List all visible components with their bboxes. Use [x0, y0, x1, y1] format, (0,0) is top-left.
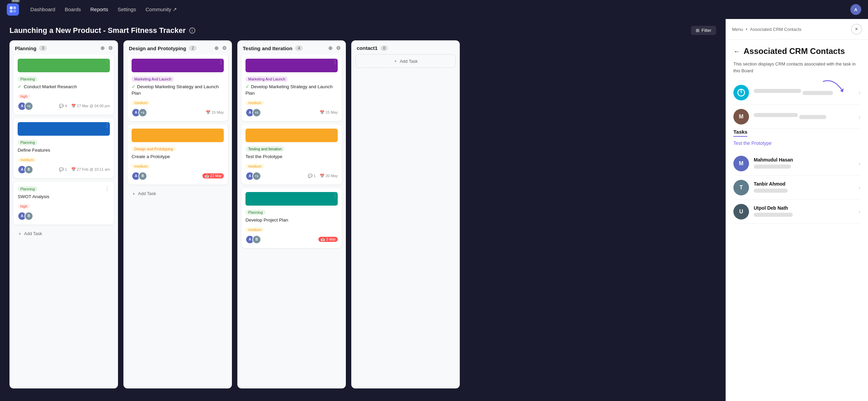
right-panel: Menu • Associated CRM Contacts × ← Assoc…	[726, 19, 868, 401]
card-color-bar	[245, 192, 338, 206]
priority-badge: medium	[132, 100, 150, 105]
card-more-menu[interactable]: ⋮	[218, 59, 224, 65]
priority-badge-high: high	[18, 94, 30, 99]
contact-name-blurred	[754, 89, 801, 93]
card-color-bar	[132, 129, 224, 142]
panel-title: Associated CRM Contacts	[744, 46, 845, 56]
card-footer: A B 📅 3 Mar	[245, 235, 338, 244]
column-completed-header: contact1 0	[351, 40, 460, 54]
add-task-planning[interactable]: ＋ Add Task	[14, 228, 114, 240]
nav-reports[interactable]: Reports	[90, 6, 108, 13]
user-avatar[interactable]: A	[850, 4, 861, 15]
contact-chevron-icon: ›	[859, 89, 861, 96]
comment-count: 💬 4	[59, 104, 67, 108]
add-task-completed[interactable]: ＋ Add Task	[355, 54, 456, 68]
card-more-menu[interactable]: ⋮	[104, 59, 110, 65]
priority-badge: medium	[245, 100, 264, 105]
contact-avatar-mahmudul: M	[733, 156, 749, 171]
column-completed: contact1 0 ＋ Add Task	[351, 40, 460, 388]
contact-tanbir[interactable]: T Tanbir Ahmod ›	[733, 176, 861, 200]
nav-community[interactable]: Community ↗	[145, 6, 177, 13]
card-more-menu[interactable]: ⋮	[332, 129, 338, 135]
column-design-header: Design and Prototyping 2 ⊕ ⚙	[123, 40, 232, 55]
contact-chevron-tanbir: ›	[859, 184, 861, 191]
column-planning: Planning 3 ⊕ ⚙ ⋮ Planning	[9, 40, 118, 388]
column-design-count: 2	[189, 45, 197, 51]
avatar-group: A +1	[132, 108, 147, 117]
main-nav: Dashboard Boards Reports Settings Commun…	[31, 6, 177, 13]
card-conduct-market-research: ⋮ Planning ✓Conduct Market Research high…	[14, 55, 114, 115]
task-link-test-prototype[interactable]: Test the Prototype	[733, 140, 772, 146]
nav-boards[interactable]: Boards	[65, 6, 81, 13]
avatar-group: A B	[18, 212, 33, 221]
card-date: 📅 27 Mar @ 04:00 pm	[71, 104, 110, 108]
contact-name-mahmudul: Mahmudul Hasan	[754, 157, 859, 163]
contact-section-top: › M	[733, 81, 861, 129]
contact-avatar-logo	[733, 85, 749, 100]
contact-info-mahmudul: Mahmudul Hasan	[754, 157, 859, 170]
settings-column-icon[interactable]: ⚙	[222, 45, 226, 51]
avatar-group: A B	[132, 172, 147, 180]
panel-body: ← Associated CRM Contacts This section d…	[726, 40, 868, 401]
card-title: SWOT Analysis	[18, 194, 110, 200]
contact-info-tanbir: Tanbir Ahmod	[754, 181, 859, 194]
card-develop-project-plan: ⋮ Planning Develop Project Plan medium A…	[241, 188, 342, 248]
card-more-menu[interactable]: ⋮	[104, 122, 110, 129]
card-more-menu[interactable]: ⋮	[332, 59, 338, 65]
column-planning-actions[interactable]: ⊕ ⚙	[100, 45, 113, 51]
avatar-extra: +1	[138, 108, 147, 117]
panel-title-row: ← Associated CRM Contacts	[733, 46, 861, 56]
contact-info-utpol: Utpol Deb Nath	[754, 205, 859, 218]
card-more-menu[interactable]: ⋮	[332, 192, 338, 198]
priority-badge-high: high	[18, 204, 30, 209]
contact-chevron-icon-2: ›	[859, 113, 861, 120]
settings-column-icon[interactable]: ⚙	[336, 45, 340, 51]
card-tag-label: Marketing And Launch	[132, 76, 174, 82]
priority-badge-medium: medium	[18, 157, 36, 162]
contact-utpol[interactable]: U Utpol Deb Nath ›	[733, 200, 861, 224]
card-footer: A +1 💬 1 📅 20 May	[245, 172, 338, 180]
card-more-menu[interactable]: ⋮	[218, 129, 224, 135]
panel-close-button[interactable]: ×	[851, 24, 862, 35]
contact-name-utpol: Utpol Deb Nath	[754, 205, 859, 211]
info-icon[interactable]: i	[189, 27, 195, 34]
card-meta: 📅 15 May	[320, 110, 338, 115]
card-more-menu[interactable]: ⋮	[104, 186, 110, 192]
add-task-design[interactable]: ＋ Add Task	[127, 188, 228, 199]
column-design-title: Design and Prototyping	[129, 45, 186, 51]
testing-cards: ⋮ Marketing And Launch ✓Develop Marketin…	[237, 55, 346, 388]
card-tag-label: Marketing And Launch	[245, 76, 288, 82]
column-completed-title: contact1	[357, 45, 378, 51]
column-design-actions[interactable]: ⊕ ⚙	[214, 45, 226, 51]
contact-mahmudul[interactable]: M Mahmudul Hasan ›	[733, 152, 861, 176]
card-meta: 📅 3 Mar	[318, 237, 338, 242]
settings-column-icon[interactable]: ⚙	[108, 45, 113, 51]
priority-badge: medium	[245, 164, 264, 169]
card-tag-label: Planning	[18, 76, 38, 82]
page-content: Launching a New Product - Smart Fitness …	[0, 19, 868, 401]
add-column-icon[interactable]: ⊕	[100, 45, 105, 51]
contact-sub-utpol	[754, 213, 793, 217]
panel-back-button[interactable]: ←	[733, 47, 740, 55]
contact-item-2[interactable]: M ›	[733, 105, 861, 129]
nav-settings[interactable]: Settings	[118, 6, 136, 13]
avatar: B	[24, 212, 33, 221]
card-color-bar	[18, 122, 110, 136]
card-date: 📅 27 Feb @ 10:11 am	[71, 167, 110, 172]
completed-cards: ＋ Add Task	[351, 54, 460, 388]
filter-button[interactable]: ⊞ Filter	[691, 26, 716, 35]
column-testing-actions[interactable]: ⊕ ⚙	[328, 45, 340, 51]
avatar-extra: +1	[252, 108, 261, 117]
add-column-icon[interactable]: ⊕	[214, 45, 219, 51]
app-logo[interactable]	[7, 3, 19, 16]
board-title: Launching a New Product - Smart Fitness …	[9, 26, 186, 35]
add-column-icon[interactable]: ⊕	[328, 45, 333, 51]
comment-count: 💬 1	[308, 174, 316, 178]
card-footer: A +1 📅 15 May	[245, 108, 338, 117]
nav-dashboard[interactable]: Dashboard	[31, 6, 55, 13]
avatar: B	[24, 165, 33, 174]
card-title: ✓Develop Marketing Strategy and Launch P…	[245, 84, 338, 97]
contact-avatar-tanbir: T	[733, 180, 749, 195]
panel-breadcrumb-menu: Menu	[732, 27, 743, 32]
column-design: Design and Prototyping 2 ⊕ ⚙ ⋮ Marketing…	[123, 40, 232, 388]
